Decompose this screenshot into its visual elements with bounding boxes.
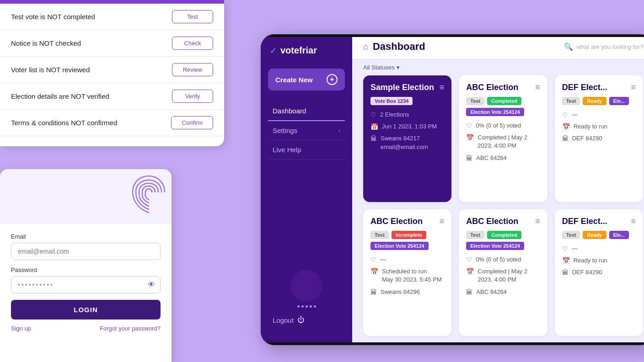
- card-menu-icon[interactable]: ≡: [535, 217, 540, 226]
- sidebar-item-settings[interactable]: Settings ›: [268, 121, 345, 140]
- card-info-text: —: [572, 111, 578, 119]
- card-tags: TestReadyEle...: [562, 97, 636, 105]
- card-menu-icon[interactable]: ≡: [631, 83, 636, 92]
- card-tags: TestCompletedElection Vote 254124: [466, 97, 540, 116]
- card-info-text: Completed | May 2 2023, 4:00 PM: [478, 133, 540, 150]
- card-info-row: ♡ —: [562, 111, 636, 119]
- card-info-text: —: [380, 256, 386, 264]
- logout-button[interactable]: Logout ⏻: [268, 311, 345, 329]
- card-tag: Vote Box 1234: [370, 97, 413, 105]
- create-new-label: Create New: [275, 76, 313, 84]
- card-info-row: ♡ —: [562, 245, 636, 253]
- card-info-row: 🏛 DEF 84290: [562, 268, 636, 277]
- card-tags: TestCompletedElection Vote 254124: [466, 231, 540, 250]
- logo-area: ✓ votefriar: [261, 45, 352, 69]
- card-info-icon: 📅: [562, 257, 570, 264]
- card-header: DEF Elect... ≡: [562, 217, 636, 226]
- sidebar-dots: [268, 305, 345, 308]
- card-info-icon: 📅: [466, 268, 474, 275]
- card-info-icon: ♡: [466, 256, 472, 263]
- card-title: ABC Election: [370, 217, 423, 226]
- card-title: DEF Elect...: [562, 217, 607, 226]
- tablet-top-bar: [0, 0, 224, 4]
- forgot-password-link[interactable]: Forgot your password?: [100, 325, 161, 332]
- card-info-icon: 🏛: [562, 135, 569, 142]
- main-header: ⌂ Dashboard 🔍 what are you looking for?: [352, 34, 644, 59]
- card-info-icon: 🏛: [562, 269, 569, 276]
- card-info-icon: 🏛: [370, 135, 377, 142]
- sidebar-item-dashboard[interactable]: Dashboard: [268, 101, 345, 121]
- card-info: ♡ — 📅 Ready to run 🏛 DEF 84290: [562, 111, 636, 143]
- sidebar-settings-label: Settings: [273, 127, 297, 134]
- card-title: Sample Election: [370, 83, 434, 92]
- checklist-row-label: Election details are NOT verified: [11, 92, 109, 100]
- election-card[interactable]: ABC Election ≡ TestIncompleteElection Vo…: [363, 209, 451, 336]
- all-statuses-filter[interactable]: All Statuses ▾: [363, 64, 400, 71]
- card-info: ♡ 2 Elections 📅 Jun 1 2023, 1:03 PM 🏛 Sw…: [370, 111, 444, 151]
- card-tag: Ele...: [609, 97, 629, 105]
- filter-chevron-icon: ▾: [397, 64, 400, 71]
- dot-2: [301, 305, 304, 308]
- card-info-row: 📅 Ready to run: [562, 256, 636, 265]
- election-card[interactable]: DEF Elect... ≡ TestReadyEle... ♡ — 📅 Rea…: [555, 209, 643, 336]
- card-tag: Completed: [487, 97, 521, 105]
- card-header: ABC Election ≡: [370, 217, 444, 226]
- card-info-icon: 📅: [370, 268, 378, 275]
- email-field[interactable]: [11, 243, 161, 260]
- card-info-text: Jun 1 2023, 1:03 PM: [382, 122, 437, 131]
- election-card[interactable]: DEF Elect... ≡ TestReadyEle... ♡ — 📅 Rea…: [555, 75, 643, 202]
- card-info-icon: 📅: [466, 134, 474, 141]
- checklist-action-button[interactable]: Check: [172, 37, 213, 50]
- card-info-icon: ♡: [562, 111, 568, 118]
- sidebar-item-livehelp[interactable]: Live Help: [268, 140, 345, 160]
- header-title-area: ⌂ Dashboard: [363, 41, 425, 53]
- card-tags: TestIncompleteElection Vote 254124: [370, 231, 444, 250]
- card-tag: Ready: [583, 231, 606, 239]
- checklist-action-button[interactable]: Verify: [172, 90, 213, 103]
- checklist-action-button[interactable]: Test: [172, 10, 213, 23]
- create-new-button[interactable]: Create New +: [268, 69, 345, 90]
- search-icon: 🔍: [564, 43, 573, 51]
- checklist-row: Election details are NOT verified Verify: [0, 83, 224, 110]
- search-area[interactable]: 🔍 what are you looking for?: [564, 43, 643, 51]
- cards-grid: Sample Election ≡ Vote Box 1234 ♡ 2 Elec…: [352, 75, 644, 345]
- signup-link[interactable]: Sign up: [11, 325, 31, 332]
- election-card[interactable]: ABC Election ≡ TestCompletedElection Vot…: [459, 75, 547, 202]
- card-tag: Incomplete: [392, 231, 426, 239]
- logout-label: Logout: [273, 316, 294, 324]
- main-tablet: ✓ votefriar Create New + Dashboard Setti…: [261, 34, 644, 345]
- election-card[interactable]: Sample Election ≡ Vote Box 1234 ♡ 2 Elec…: [363, 75, 451, 202]
- checklist-action-button[interactable]: Review: [172, 63, 213, 76]
- card-info-row: ♡ —: [370, 256, 444, 264]
- card-info-row: 🏛 Sweans 84296: [370, 288, 444, 296]
- card-menu-icon[interactable]: ≡: [631, 217, 636, 226]
- password-field[interactable]: [11, 276, 161, 293]
- card-tag: Test: [466, 97, 484, 105]
- login-button[interactable]: LOGIN: [11, 300, 161, 319]
- card-menu-icon[interactable]: ≡: [440, 217, 445, 226]
- checklist-row: Terms & conditions NOT confirmed Confirm: [0, 110, 224, 136]
- card-menu-icon[interactable]: ≡: [535, 83, 540, 92]
- checklist-action-button[interactable]: Confirm: [171, 116, 213, 129]
- main-content: ⌂ Dashboard 🔍 what are you looking for? …: [352, 34, 644, 345]
- password-label: Password: [11, 266, 161, 273]
- page-title: Dashboard: [373, 41, 425, 53]
- create-plus-icon: +: [327, 74, 338, 85]
- election-card[interactable]: ABC Election ≡ TestCompletedElection Vot…: [459, 209, 547, 336]
- logo-text: votefriar: [280, 45, 317, 56]
- card-tags: Vote Box 1234: [370, 97, 444, 105]
- card-info-icon: ♡: [466, 122, 472, 129]
- card-info-row: 🏛 ABC 84284: [466, 288, 540, 296]
- card-info-row: 🏛 DEF 84290: [562, 134, 636, 143]
- card-info-row: 📅 Ready to run: [562, 122, 636, 131]
- card-tag: Election Vote 254124: [466, 108, 524, 116]
- card-menu-icon[interactable]: ≡: [440, 83, 445, 92]
- card-info-text: Ready to run: [574, 256, 607, 265]
- card-tags: TestReadyEle...: [562, 231, 636, 239]
- sidebar-livehelp-label: Live Help: [273, 146, 301, 154]
- card-info-text: Sweans 84296: [381, 288, 420, 296]
- card-title: ABC Election: [466, 83, 518, 92]
- show-password-icon[interactable]: 👁: [148, 281, 155, 289]
- card-info-icon: ♡: [562, 245, 568, 252]
- search-placeholder-text: what are you looking for?: [577, 43, 643, 50]
